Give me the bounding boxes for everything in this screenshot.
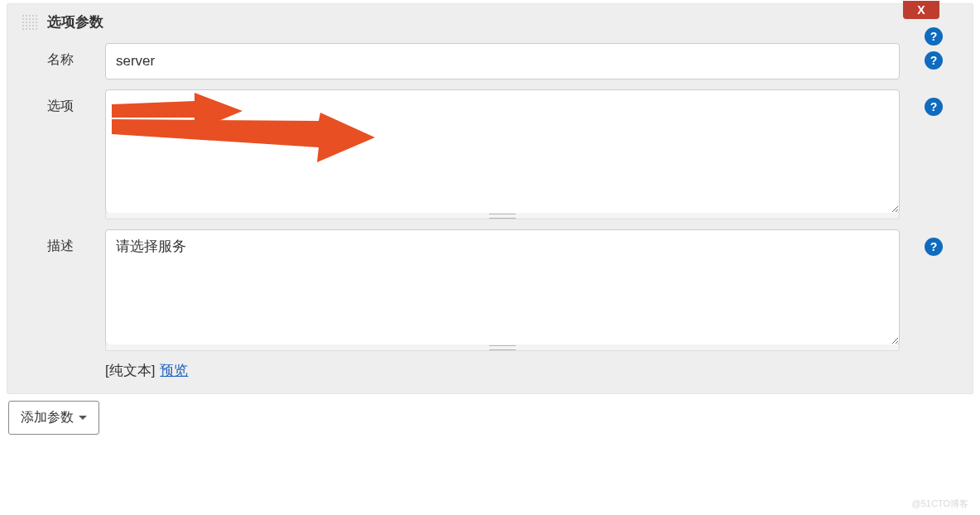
help-icon[interactable]: ? [925, 238, 943, 256]
parameter-panel: X 选项参数 ? 名称 ? 选项 [7, 3, 973, 394]
plain-text-label: [纯文本] [105, 361, 155, 380]
options-label: 选项 [47, 89, 105, 115]
format-line: [纯文本] 预览 [7, 356, 973, 385]
resize-handle[interactable] [105, 213, 900, 219]
section-header: 选项参数 [7, 4, 973, 38]
chevron-down-icon [79, 416, 87, 420]
help-icon[interactable]: ? [925, 98, 943, 116]
add-parameter-label: 添加参数 [21, 409, 74, 426]
drag-handle-icon[interactable] [21, 13, 39, 31]
add-parameter-button[interactable]: 添加参数 [8, 401, 99, 435]
options-textarea[interactable] [105, 89, 900, 214]
preview-link[interactable]: 预览 [160, 361, 188, 380]
help-icon[interactable]: ? [925, 51, 943, 70]
name-label: 名称 [47, 43, 105, 69]
row-options: 选项 ? [7, 84, 973, 224]
description-label: 描述 [47, 229, 105, 255]
name-input[interactable] [105, 43, 900, 79]
row-name: 名称 ? [7, 38, 973, 84]
section-title: 选项参数 [47, 12, 103, 31]
resize-handle[interactable] [105, 344, 900, 351]
description-textarea[interactable]: 请选择服务 [105, 229, 900, 345]
row-description: 描述 请选择服务 ? [7, 224, 973, 356]
watermark: @51CTO博客 [912, 498, 968, 510]
